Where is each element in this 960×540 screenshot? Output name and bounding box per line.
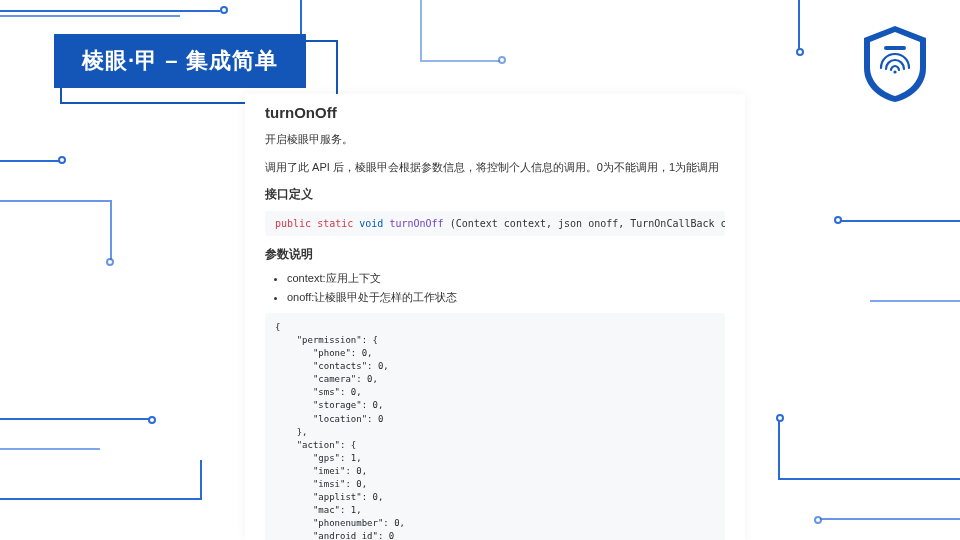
kw-public-static: public static [275,218,353,229]
section-params: 参数说明 [265,246,725,263]
param-onoff: onoff:让棱眼甲处于怎样的工作状态 [287,290,725,305]
svg-point-1 [893,70,896,73]
svg-rect-0 [884,46,906,50]
section-api-def: 接口定义 [265,186,725,203]
fn-name: turnOnOff [389,218,443,229]
slide-title: 棱眼·甲 – 集成简单 [54,34,306,88]
api-intro-1: 开启棱眼甲服务。 [265,131,725,149]
api-intro-2: 调用了此 API 后，棱眼甲会根据参数信息，将控制个人信息的调用。0为不能调用，… [265,159,725,177]
fn-args: (Context context, json onoff, TurnOnCall… [450,218,725,229]
api-signature: public static void turnOnOff (Context co… [265,211,725,236]
param-list: context:应用上下文 onoff:让棱眼甲处于怎样的工作状态 [265,271,725,305]
api-method-name: turnOnOff [265,104,725,121]
api-doc-panel: turnOnOff 开启棱眼甲服务。 调用了此 API 后，棱眼甲会根据参数信息… [245,94,745,540]
json-example: { "permission": { "phone": 0, "contacts"… [265,313,725,540]
brand-logo [860,24,930,104]
param-context: context:应用上下文 [287,271,725,286]
kw-void: void [359,218,383,229]
